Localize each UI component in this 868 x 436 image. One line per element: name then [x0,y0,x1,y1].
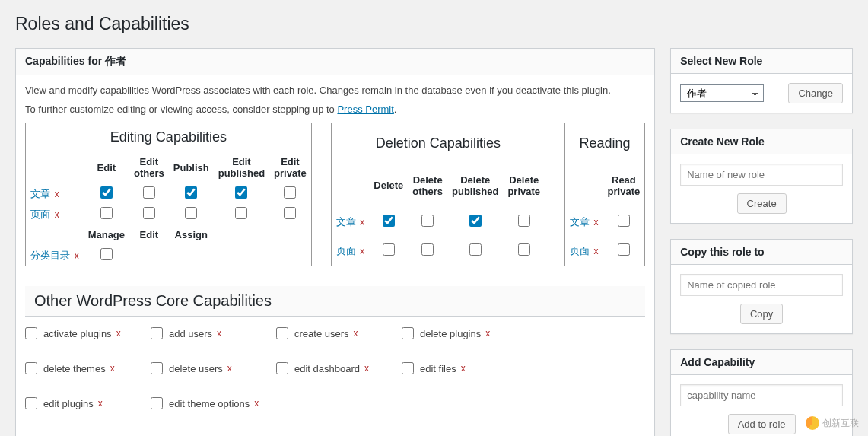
new-role-name-input[interactable] [680,164,843,186]
capability-checkbox[interactable] [284,186,296,199]
capability-checkbox[interactable] [383,243,395,256]
delete-icon[interactable]: x [98,398,103,409]
copy-role-button[interactable]: Copy [740,304,783,324]
core-capability-item: delete themes x [25,362,151,374]
column-header: Deleteothers [408,163,447,208]
core-cap-checkbox[interactable] [276,362,288,374]
core-cap-checkbox[interactable] [151,362,163,374]
page-title: Roles and Capabilities [15,14,853,34]
other-core-caps-list: activate plugins xadd users xcreate user… [25,327,645,432]
capability-checkbox[interactable] [143,186,155,199]
delete-icon[interactable]: x [116,328,121,339]
core-capability-item: delete plugins x [402,327,527,339]
delete-icon[interactable]: x [360,217,364,228]
capability-checkbox[interactable] [100,186,113,199]
core-cap-label: edit dashboard [294,363,360,374]
core-cap-label: add users [169,328,212,339]
core-capability-item: edit files x [402,362,527,374]
core-cap-checkbox[interactable] [151,397,163,409]
row-label: 文章 x [331,208,369,237]
capability-checkbox[interactable] [618,243,630,256]
core-cap-checkbox[interactable] [25,362,37,374]
core-cap-checkbox[interactable] [276,327,288,339]
core-cap-label: create users [294,328,349,339]
capability-checkbox[interactable] [185,207,197,219]
post-type-link[interactable]: 页面 [570,245,590,256]
delete-icon[interactable]: x [217,328,221,339]
capability-checkbox[interactable] [469,243,482,256]
capability-checkbox[interactable] [383,215,395,227]
core-capability-item: delete users x [151,362,276,374]
core-cap-label: delete themes [43,363,106,374]
delete-icon[interactable]: x [55,189,59,199]
post-type-link[interactable]: 页面 [30,208,50,220]
column-header: Editprivate [269,151,311,183]
capability-name-input[interactable] [680,384,843,406]
post-type-link[interactable]: 文章 [570,216,590,228]
delete-icon[interactable]: x [110,363,115,374]
taxonomy-link[interactable]: 分类目录 [30,250,70,261]
core-cap-checkbox[interactable] [402,327,414,339]
capability-checkbox[interactable] [100,207,113,219]
core-cap-checkbox[interactable] [151,327,163,339]
capability-checkbox[interactable] [618,215,630,227]
other-core-caps-heading: Other WordPress Core Capabilities [25,286,645,317]
table-title: Reading [564,123,644,164]
delete-icon[interactable]: x [254,398,259,409]
press-permit-link[interactable]: Press Permit [337,103,393,115]
capability-checkbox[interactable] [421,215,434,227]
capability-checkbox[interactable] [235,207,247,219]
core-cap-checkbox[interactable] [402,362,414,374]
change-role-button[interactable]: Change [788,83,843,103]
delete-icon[interactable]: x [354,328,358,339]
delete-icon[interactable]: x [594,246,599,256]
post-type-link[interactable]: 页面 [336,245,356,256]
capability-checkbox[interactable] [235,186,247,199]
core-capability-item: edit dashboard x [276,362,402,374]
capability-checkbox[interactable] [100,248,113,260]
core-cap-checkbox[interactable] [25,397,37,409]
select-role-title: Select New Role [671,49,852,74]
core-cap-label: activate plugins [43,328,112,339]
core-capability-item: edit theme options x [151,397,276,409]
core-cap-checkbox[interactable] [25,327,37,339]
column-header: Deleteprivate [503,163,545,208]
post-type-link[interactable]: 文章 [30,188,50,199]
capability-checkbox[interactable] [284,207,296,219]
delete-icon[interactable]: x [594,217,599,228]
delete-icon[interactable]: x [461,363,466,374]
create-role-panel: Create New Role Create [670,129,853,224]
add-to-role-button[interactable]: Add to role [728,414,796,434]
column-header: Editothers [129,151,169,183]
delete-icon[interactable]: x [55,209,59,220]
post-type-link[interactable]: 文章 [336,216,356,228]
capability-checkbox[interactable] [469,215,482,227]
deletion-capabilities-table: Deletion CapabilitiesDeleteDeleteothersD… [331,123,545,266]
copied-role-name-input[interactable] [680,274,843,296]
column-header: Delete [369,163,408,208]
delete-icon[interactable]: x [227,363,232,374]
delete-icon[interactable]: x [364,363,369,374]
capability-checkbox[interactable] [518,215,530,227]
row-label: 页面 x [331,237,369,266]
core-cap-label: edit files [420,363,456,374]
capability-checkbox[interactable] [185,186,197,199]
core-capability-item: create users x [276,327,402,339]
watermark-icon [806,416,819,430]
create-role-button[interactable]: Create [737,193,787,214]
delete-icon[interactable]: x [360,246,364,256]
core-capability-item: activate plugins x [25,327,151,339]
copy-role-panel: Copy this role to Copy [670,239,853,334]
capabilities-panel-title: Capabilities for 作者 [16,49,654,75]
capability-checkbox[interactable] [518,243,530,256]
capability-checkbox[interactable] [421,243,434,256]
row-label: 页面 x [564,237,603,266]
row-label: 分类目录 x [26,245,84,266]
watermark: 创新互联 [806,416,859,430]
row-label: 页面 x [26,204,84,224]
column-header: Assign [169,224,214,245]
delete-icon[interactable]: x [75,250,79,261]
delete-icon[interactable]: x [485,328,490,339]
role-select[interactable]: 作者 [680,84,764,102]
capability-checkbox[interactable] [143,207,155,219]
